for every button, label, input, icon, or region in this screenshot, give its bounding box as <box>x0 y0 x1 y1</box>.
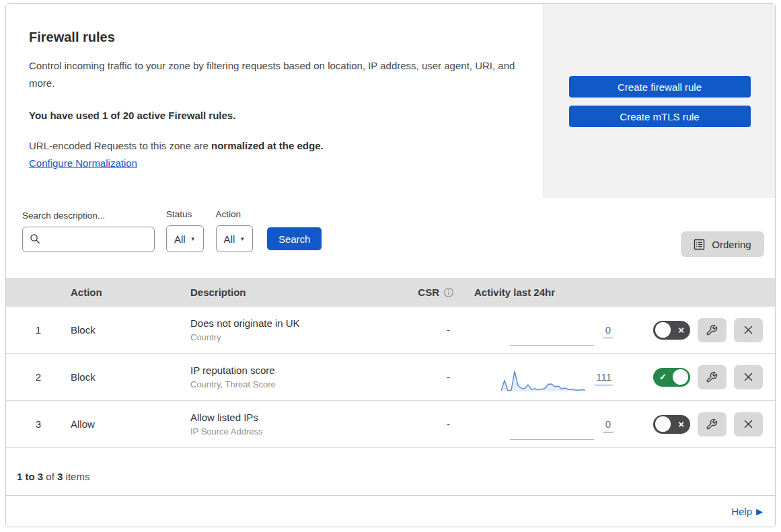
rule-csr: - <box>447 418 459 430</box>
table-header: Action Description CSR Activity last 24h… <box>6 278 775 307</box>
search-label: Search description... <box>22 211 155 221</box>
toggle-knob <box>655 322 671 338</box>
ordering-button[interactable]: Ordering <box>681 231 764 257</box>
activity-count-link[interactable]: 111 <box>595 371 613 385</box>
page-description: Control incoming traffic to your zone by… <box>29 57 517 92</box>
configure-normalization-link[interactable]: Configure Normalization <box>29 157 137 169</box>
action-dropdown-value: All <box>224 233 235 245</box>
column-header-activity: Activity last 24hr <box>459 287 625 298</box>
usage-line: You have used 1 of 20 active Firewall ru… <box>29 110 517 121</box>
rule-action: Block <box>71 371 190 383</box>
rule-description: IP reputation score <box>190 365 392 376</box>
close-icon <box>743 371 754 383</box>
search-button[interactable]: Search <box>267 227 322 250</box>
rule-action: Allow <box>71 418 190 430</box>
rule-description: Allow listed IPs <box>190 412 392 423</box>
rule-csr: - <box>447 324 459 336</box>
rule-fields: IP Source Address <box>190 426 392 436</box>
activity-sparkline-flat <box>510 321 594 346</box>
rule-fields: Country, Threat Score <box>190 379 392 389</box>
normalization-bold: normalized at the edge. <box>211 140 324 151</box>
summary-items: items <box>63 471 89 482</box>
rule-priority: 2 <box>36 371 41 383</box>
search-description-input[interactable] <box>22 227 155 252</box>
column-header-csr: CSR <box>418 287 439 298</box>
rule-priority: 3 <box>36 418 41 430</box>
create-mtls-rule-button[interactable]: Create mTLS rule <box>569 106 751 127</box>
rule-enable-toggle[interactable]: × <box>653 321 690 340</box>
rule-fields: Country <box>190 332 392 342</box>
help-bar: Help ▶ <box>6 496 775 527</box>
table-row: 3 Allow Allow listed IPs IP Source Addre… <box>6 401 775 448</box>
pagination-summary: 1 to 3 of 3 items <box>6 448 775 496</box>
help-link-label: Help <box>731 506 752 517</box>
edit-rule-button[interactable] <box>698 365 727 389</box>
summary-range: 1 to 3 <box>17 471 43 482</box>
wrench-icon <box>706 324 718 336</box>
summary-of: of <box>43 471 57 482</box>
normalization-text: URL-encoded Requests to this zone are <box>29 140 211 151</box>
rule-action: Block <box>71 324 190 336</box>
action-filter-group: Action All ▼ <box>216 209 254 252</box>
normalization-line: URL-encoded Requests to this zone are no… <box>29 140 517 151</box>
wrench-icon <box>706 418 718 430</box>
edit-rule-button[interactable] <box>698 412 727 436</box>
toggle-state-icon: ✓ <box>659 373 667 381</box>
status-filter-group: Status All ▼ <box>166 209 204 252</box>
table-row: 1 Block Does not originate in UK Country… <box>6 307 775 354</box>
activity-count-link[interactable]: 0 <box>603 324 613 338</box>
column-header-description: Description <box>190 287 392 298</box>
action-dropdown[interactable]: All ▼ <box>216 225 254 252</box>
info-icon[interactable] <box>443 287 454 298</box>
page-title: Firewall rules <box>29 30 517 45</box>
activity-sparkline-flat <box>510 416 594 440</box>
column-header-action: Action <box>71 287 190 298</box>
create-firewall-rule-button[interactable]: Create firewall rule <box>569 76 751 98</box>
activity-count-link[interactable]: 0 <box>603 418 613 432</box>
toggle-knob <box>655 416 671 432</box>
help-arrow-icon: ▶ <box>756 506 763 517</box>
filter-bar: Search description... Status All ▼ Actio… <box>6 198 775 278</box>
toggle-state-icon: × <box>678 419 684 429</box>
chevron-down-icon: ▼ <box>239 236 245 242</box>
header-section: Firewall rules Control incoming traffic … <box>6 4 775 198</box>
rule-csr: - <box>447 371 459 383</box>
delete-rule-button[interactable] <box>734 412 763 436</box>
toggle-knob <box>673 369 688 385</box>
search-icon <box>30 233 40 244</box>
toggle-state-icon: × <box>678 325 684 335</box>
rule-priority: 1 <box>36 324 41 336</box>
close-icon <box>743 324 754 336</box>
status-dropdown-value: All <box>174 233 186 245</box>
help-link[interactable]: Help ▶ <box>731 506 763 517</box>
header-text-panel: Firewall rules Control incoming traffic … <box>6 4 544 198</box>
search-group: Search description... <box>22 211 155 252</box>
delete-rule-button[interactable] <box>734 318 763 342</box>
wrench-icon <box>706 371 718 383</box>
rule-enable-toggle[interactable]: ✓ <box>653 368 690 387</box>
actions-panel: Create firewall rule Create mTLS rule <box>544 4 775 198</box>
ordering-list-icon <box>694 239 705 250</box>
chevron-down-icon: ▼ <box>190 236 196 242</box>
edit-rule-button[interactable] <box>698 318 727 342</box>
close-icon <box>743 418 754 430</box>
activity-sparkline-chart <box>501 369 585 393</box>
status-dropdown[interactable]: All ▼ <box>166 225 204 252</box>
status-label: Status <box>166 209 204 219</box>
ordering-button-label: Ordering <box>712 239 751 250</box>
action-label: Action <box>216 209 254 219</box>
firewall-rules-card: Firewall rules Control incoming traffic … <box>5 3 776 527</box>
table-row: 2 Block IP reputation score Country, Thr… <box>6 354 775 401</box>
rule-enable-toggle[interactable]: × <box>653 415 690 434</box>
delete-rule-button[interactable] <box>734 365 763 389</box>
rule-description: Does not originate in UK <box>190 317 392 329</box>
